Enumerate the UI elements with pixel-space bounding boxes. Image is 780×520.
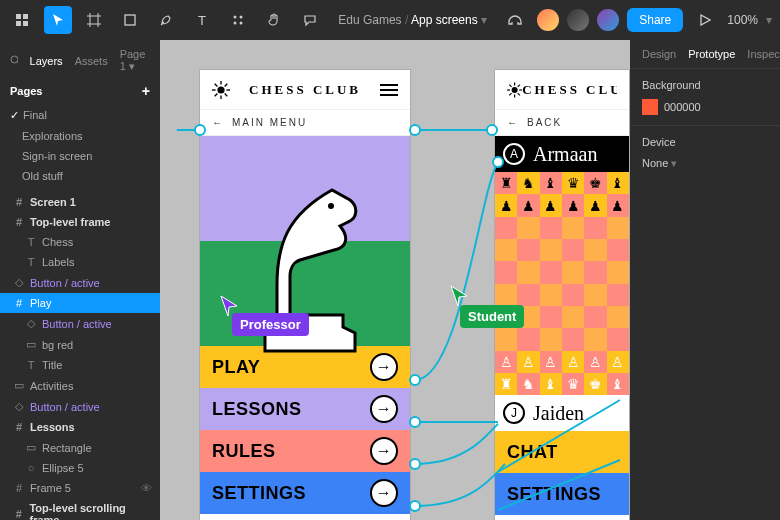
layer-lessons[interactable]: #Lessons [0, 417, 160, 437]
comment-tool[interactable] [296, 6, 324, 34]
tab-prototype[interactable]: Prototype [688, 48, 735, 60]
page-item-final[interactable]: Final [0, 105, 160, 126]
svg-text:T: T [198, 13, 206, 27]
hand-tool[interactable] [260, 6, 288, 34]
add-page-button[interactable]: + [142, 83, 150, 99]
user-avatar-2[interactable] [567, 9, 589, 31]
svg-point-6 [234, 16, 237, 19]
frame-tool[interactable] [80, 6, 108, 34]
svg-rect-3 [23, 21, 28, 26]
layer-button-active-3[interactable]: ◇Button / active [0, 396, 160, 417]
layer-button-active-2[interactable]: ◇Button / active [0, 313, 160, 334]
search-icon[interactable] [10, 55, 18, 66]
file-title[interactable]: Edu Games / App screens ▾ [332, 13, 493, 27]
svg-point-38 [493, 157, 503, 167]
visibility-icon[interactable]: 👁 [141, 482, 152, 494]
background-swatch[interactable] [642, 99, 658, 115]
svg-rect-4 [125, 15, 135, 25]
voice-chat-icon[interactable] [501, 6, 529, 34]
cursor-professor-label: Professor [232, 313, 309, 336]
layer-screen1[interactable]: #Screen 1 [0, 192, 160, 212]
layer-button-active-1[interactable]: ◇Button / active [0, 272, 160, 293]
layer-scrolling-frame[interactable]: #Top-level scrolling frame [0, 498, 160, 520]
svg-point-10 [11, 56, 18, 63]
svg-rect-0 [16, 14, 21, 19]
device-value[interactable]: None ▾ [642, 157, 677, 169]
layer-frame5[interactable]: #Frame 5👁 [0, 478, 160, 498]
svg-point-36 [410, 459, 420, 469]
layer-labels[interactable]: TLabels [0, 252, 160, 272]
right-panel: Design Prototype Inspect Background 0000… [630, 40, 780, 520]
left-panel: Layers Assets Page 1 ▾ Pages + Final Exp… [0, 40, 160, 520]
svg-point-33 [487, 125, 497, 135]
layer-top-frame[interactable]: #Top-level frame [0, 212, 160, 232]
layer-rectangle[interactable]: ▭Rectangle [0, 437, 160, 458]
svg-point-32 [410, 125, 420, 135]
shape-tool[interactable] [116, 6, 144, 34]
layer-bg-red[interactable]: ▭bg red [0, 334, 160, 355]
pages-heading: Pages [10, 85, 42, 97]
svg-point-35 [410, 417, 420, 427]
app-topbar: T Edu Games / App screens ▾ Share 100% ▾ [0, 0, 780, 40]
device-label: Device [642, 136, 768, 148]
svg-point-8 [234, 22, 237, 25]
present-button[interactable] [691, 6, 719, 34]
layer-play[interactable]: #Play [0, 293, 160, 313]
user-avatar-3[interactable] [597, 9, 619, 31]
layer-ellipse5[interactable]: ○Ellipse 5 [0, 458, 160, 478]
background-value[interactable]: 000000 [664, 101, 701, 113]
cursor-student-icon [450, 285, 468, 307]
cursor-student-label: Student [460, 305, 524, 328]
layer-chess[interactable]: TChess [0, 232, 160, 252]
text-tool[interactable]: T [188, 6, 216, 34]
svg-point-37 [410, 501, 420, 511]
layers-list: #Screen 1 #Top-level frame TChess TLabel… [0, 192, 160, 520]
layer-activities[interactable]: ▭Activities [0, 375, 160, 396]
page-item-explorations[interactable]: Explorations [0, 126, 160, 146]
file-name: App screens [411, 13, 478, 27]
canvas[interactable]: CHESS CLUB ← MAIN MENU PLAY→ LESSONS→ RU… [160, 40, 630, 520]
svg-rect-2 [16, 21, 21, 26]
resources-tool[interactable] [224, 6, 252, 34]
user-avatar-1[interactable] [537, 9, 559, 31]
tab-layers[interactable]: Layers [30, 55, 63, 67]
svg-point-9 [240, 22, 243, 25]
tab-assets[interactable]: Assets [75, 55, 108, 67]
page-item-signin[interactable]: Sign-in screen [0, 146, 160, 166]
layer-title[interactable]: TTitle [0, 355, 160, 375]
move-tool[interactable] [44, 6, 72, 34]
page-selector[interactable]: Page 1 ▾ [120, 48, 150, 73]
svg-rect-1 [23, 14, 28, 19]
page-item-old[interactable]: Old stuff [0, 166, 160, 186]
zoom-level[interactable]: 100% [727, 13, 758, 27]
tab-inspect[interactable]: Inspect [747, 48, 780, 60]
prototype-links [160, 40, 630, 520]
project-name: Edu Games [338, 13, 401, 27]
svg-point-31 [195, 125, 205, 135]
svg-point-7 [240, 16, 243, 19]
main-menu-button[interactable] [8, 6, 36, 34]
background-label: Background [642, 79, 768, 91]
tab-design[interactable]: Design [642, 48, 676, 60]
pen-tool[interactable] [152, 6, 180, 34]
share-button[interactable]: Share [627, 8, 683, 32]
svg-point-34 [410, 375, 420, 385]
